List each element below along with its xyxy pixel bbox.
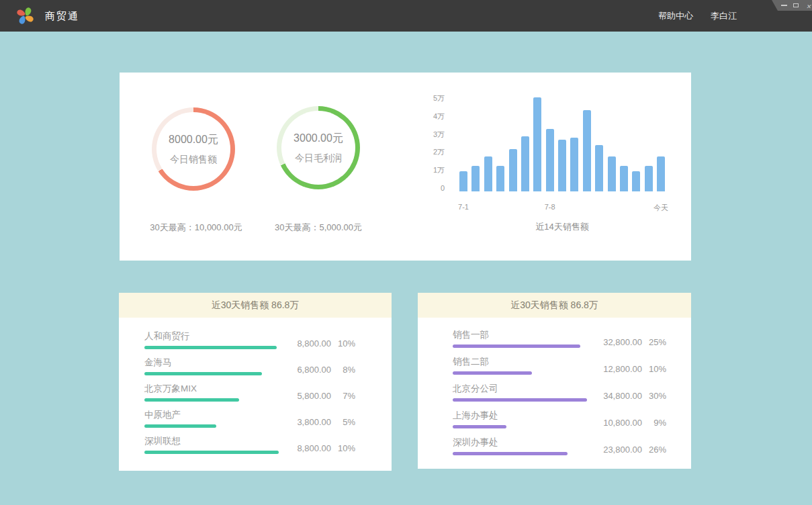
close-button[interactable] xyxy=(805,1,812,9)
rank-row: 销售二部12,800.0010% xyxy=(453,356,691,383)
rank-item-pct: 30% xyxy=(642,391,666,401)
x-tick-label: 7-8 xyxy=(545,203,555,211)
today-sales-ring-center: 8000.00元 今日销售额 xyxy=(156,112,230,186)
rank-row: 北京分公司34,800.0030% xyxy=(453,383,691,410)
customer-rank-list: 人和商贸行8,800.0010%金海马6,800.008%北京万象MIX5,80… xyxy=(119,318,392,461)
rank-item-bar xyxy=(453,345,580,348)
x-tick-label: 7-1 xyxy=(458,203,469,211)
dept-rank-title: 近30天销售额 86.8万 xyxy=(418,293,691,318)
bar-day-6 xyxy=(521,136,529,191)
rank-item-values: 10,800.009% xyxy=(594,418,666,428)
minimize-icon xyxy=(781,5,787,6)
dept-rank-list: 销售一部32,800.0025%销售二部12,800.0010%北京分公司34,… xyxy=(418,318,691,463)
rank-item-pct: 9% xyxy=(642,418,666,428)
rank-item-bar xyxy=(144,451,279,454)
rank-item-amount: 3,800.00 xyxy=(283,417,331,427)
rank-item-values: 3,800.005% xyxy=(283,417,355,427)
minimize-button[interactable] xyxy=(780,1,787,9)
bar-day-7 xyxy=(533,97,541,191)
rank-row: 销售一部32,800.0025% xyxy=(453,329,691,356)
bar-day-15 xyxy=(632,171,640,191)
rank-item-values: 32,800.0025% xyxy=(594,337,666,347)
y-tick-label: 4万 xyxy=(415,112,445,121)
rank-item-pct: 5% xyxy=(331,417,355,427)
rank-row: 金海马6,800.008% xyxy=(144,357,392,383)
sales-chart-x-axis: 7-17-8今天 xyxy=(459,203,665,212)
y-tick-label: 0 xyxy=(415,184,445,193)
today-sales-label: 今日销售额 xyxy=(170,154,217,166)
rank-item-bar xyxy=(144,346,277,349)
bar-day-10 xyxy=(570,138,578,191)
bar-day-8 xyxy=(546,129,554,191)
app-window: 商贸通 帮助中心 李白江 8000.00元 今日销售额 30天最高：10,000… xyxy=(0,0,812,505)
rank-item-pct: 7% xyxy=(331,391,355,401)
titlebar: 商贸通 帮助中心 李白江 xyxy=(0,0,812,32)
rank-row: 北京万象MIX5,800.007% xyxy=(144,383,392,409)
rank-item-values: 8,800.0010% xyxy=(283,338,355,349)
sales-chart-bars xyxy=(459,97,665,191)
close-icon xyxy=(806,0,811,11)
bar-day-1 xyxy=(459,171,467,191)
logo-petal xyxy=(26,15,34,21)
bar-day-12 xyxy=(595,145,603,191)
x-tick-label: 今天 xyxy=(653,203,668,213)
customer-rank-card: 近30天销售额 86.8万 人和商贸行8,800.0010%金海马6,800.0… xyxy=(119,293,392,471)
sales-chart-title: 近14天销售额 xyxy=(453,221,672,233)
overview-card: 8000.00元 今日销售额 30天最高：10,000.00元 3000.00元… xyxy=(120,73,691,261)
rank-row: 深圳联想8,800.0010% xyxy=(144,435,392,461)
rank-item-amount: 8,800.00 xyxy=(283,338,331,349)
rank-item-pct: 10% xyxy=(331,338,355,349)
rank-item-values: 12,800.0010% xyxy=(594,364,666,374)
help-center-link[interactable]: 帮助中心 xyxy=(658,10,693,22)
rank-item-amount: 10,800.00 xyxy=(594,418,642,428)
dept-rank-card: 近30天销售额 86.8万 销售一部32,800.0025%销售二部12,800… xyxy=(418,293,691,469)
bar-day-17 xyxy=(657,156,665,191)
bar-day-3 xyxy=(484,156,492,191)
y-tick-label: 3万 xyxy=(415,130,445,139)
app-title: 商贸通 xyxy=(45,0,79,32)
rank-item-amount: 12,800.00 xyxy=(594,364,642,374)
rank-item-pct: 10% xyxy=(642,364,666,374)
rank-item-values: 5,800.007% xyxy=(283,391,355,401)
rank-row: 中原地产3,800.005% xyxy=(144,409,392,435)
rank-item-bar xyxy=(144,424,216,428)
y-tick-label: 5万 xyxy=(415,94,445,103)
rank-item-amount: 8,800.00 xyxy=(283,443,331,453)
today-profit-value: 3000.00元 xyxy=(294,132,343,146)
titlebar-nav: 帮助中心 李白江 xyxy=(658,0,737,32)
customer-rank-title: 近30天销售额 86.8万 xyxy=(119,293,392,318)
today-sales-ring: 8000.00元 今日销售额 xyxy=(152,107,235,191)
bar-day-16 xyxy=(645,166,653,191)
profit-30d-max: 30天最高：5,000.00元 xyxy=(244,222,392,234)
today-profit-ring: 3000.00元 今日毛利润 xyxy=(277,106,360,189)
rank-item-pct: 25% xyxy=(642,337,666,347)
today-profit-label: 今日毛利润 xyxy=(295,152,342,165)
bar-day-5 xyxy=(509,149,517,191)
maximize-button[interactable] xyxy=(793,1,799,9)
rank-item-pct: 8% xyxy=(331,365,355,375)
rank-item-amount: 6,800.00 xyxy=(283,365,331,375)
rank-item-bar xyxy=(453,425,506,428)
logo-petal xyxy=(19,16,26,24)
rank-item-pct: 10% xyxy=(331,443,355,453)
today-sales-value: 8000.00元 xyxy=(169,133,218,147)
logo-petal xyxy=(25,7,31,15)
bar-day-11 xyxy=(583,110,591,191)
rank-item-bar xyxy=(144,398,239,402)
bar-day-13 xyxy=(608,156,616,191)
y-tick-label: 2万 xyxy=(415,148,445,156)
sales-chart-y-axis: 5万4万3万2万1万0 xyxy=(415,73,445,207)
rank-item-amount: 5,800.00 xyxy=(283,391,331,401)
rank-item-bar xyxy=(453,371,532,375)
bar-day-14 xyxy=(620,166,628,191)
user-menu[interactable]: 李白江 xyxy=(711,10,737,22)
window-controls xyxy=(772,0,812,11)
rank-item-pct: 26% xyxy=(642,445,666,455)
y-tick-label: 1万 xyxy=(415,166,445,175)
rank-item-amount: 32,800.00 xyxy=(594,337,642,347)
rank-item-bar xyxy=(144,372,262,375)
rank-item-bar xyxy=(453,398,587,402)
rank-item-values: 6,800.008% xyxy=(283,365,355,375)
rank-row: 深圳办事处23,800.0026% xyxy=(453,437,691,463)
rank-item-values: 23,800.0026% xyxy=(594,445,666,455)
